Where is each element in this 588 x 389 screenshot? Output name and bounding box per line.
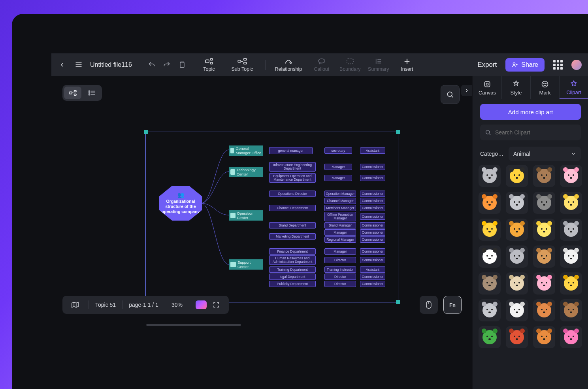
- back-button[interactable]: [55, 58, 69, 72]
- mouse-settings-button[interactable]: [420, 296, 438, 314]
- center-node[interactable]: Support Center: [229, 259, 263, 270]
- node[interactable]: Channel Manager: [324, 198, 356, 204]
- user-avatar[interactable]: [571, 60, 582, 70]
- node[interactable]: Publicity Department: [269, 281, 316, 287]
- node[interactable]: Channel Department: [269, 205, 316, 211]
- clipart-item[interactable]: [506, 245, 528, 268]
- node[interactable]: secretary: [324, 147, 352, 154]
- node[interactable]: Manager: [324, 229, 356, 236]
- topic-tool[interactable]: Topic: [195, 58, 223, 72]
- apps-grid-button[interactable]: [550, 57, 566, 73]
- resize-handle-se[interactable]: [396, 300, 400, 304]
- redo-button[interactable]: [159, 57, 174, 72]
- clipart-item[interactable]: [560, 326, 582, 348]
- insert-tool[interactable]: Insert: [393, 58, 421, 72]
- clipart-item[interactable]: [533, 165, 555, 187]
- clipart-item[interactable]: [533, 272, 555, 295]
- clipart-item[interactable]: [560, 245, 582, 268]
- tab-style[interactable]: Style: [502, 76, 531, 99]
- clipart-item[interactable]: [506, 219, 528, 241]
- canvas[interactable]: 👥 Organizational structure of the operat…: [59, 80, 466, 330]
- clipart-item[interactable]: [479, 219, 501, 241]
- clipart-item[interactable]: [479, 272, 501, 295]
- node[interactable]: Commissioner: [360, 236, 385, 243]
- root-node[interactable]: 👥 Organizational structure of the operat…: [159, 186, 202, 221]
- clipart-item[interactable]: [560, 299, 582, 321]
- node[interactable]: Offline Promotion Manager: [324, 212, 356, 221]
- node[interactable]: Commissioner: [360, 274, 385, 280]
- resize-handle-ne[interactable]: [396, 130, 400, 134]
- export-button[interactable]: Export: [472, 58, 502, 72]
- node[interactable]: Commissioner: [360, 164, 385, 170]
- selection-box[interactable]: 👥 Organizational structure of the operat…: [145, 132, 398, 302]
- page-indicator[interactable]: page-1 1 / 1: [129, 302, 158, 308]
- node[interactable]: Commissioner: [360, 175, 385, 181]
- fullscreen-button[interactable]: [209, 298, 223, 312]
- node[interactable]: Finance Department: [269, 248, 316, 255]
- node[interactable]: Manager: [324, 175, 352, 181]
- node[interactable]: Commissioner: [360, 205, 385, 211]
- zoom-level[interactable]: 30%: [172, 302, 183, 308]
- add-clipart-button[interactable]: Add more clip art: [480, 104, 581, 120]
- node[interactable]: Director: [324, 274, 356, 280]
- node[interactable]: Manager: [324, 164, 352, 170]
- node[interactable]: Commissioner: [360, 222, 385, 228]
- center-node[interactable]: Operation Center: [229, 210, 263, 221]
- clipart-item[interactable]: [506, 326, 528, 348]
- window-resize-handle[interactable]: [146, 324, 241, 326]
- node[interactable]: Human Resources and Administration Depar…: [269, 255, 316, 265]
- node[interactable]: Commissioner: [360, 213, 385, 220]
- node[interactable]: Operations Director: [269, 191, 316, 197]
- node[interactable]: Training Instructor: [324, 266, 356, 273]
- node[interactable]: Brand Manager: [324, 222, 356, 228]
- clipart-search-input[interactable]: [495, 129, 576, 136]
- node[interactable]: Commissioner: [360, 248, 385, 255]
- clipart-item[interactable]: [533, 245, 555, 268]
- node[interactable]: Manager: [324, 248, 356, 255]
- node[interactable]: general manager: [269, 147, 313, 154]
- node[interactable]: Assistant: [360, 147, 385, 154]
- clipart-item[interactable]: [560, 192, 582, 214]
- node[interactable]: Director: [324, 257, 356, 263]
- hamburger-menu-button[interactable]: [71, 57, 86, 72]
- resize-handle-nw[interactable]: [144, 130, 148, 134]
- clipart-search[interactable]: [480, 125, 581, 140]
- clipart-item[interactable]: [506, 299, 528, 321]
- brand-logo-icon[interactable]: [196, 300, 207, 309]
- node[interactable]: Director: [324, 281, 356, 287]
- node[interactable]: Commissioner: [360, 229, 385, 236]
- undo-button[interactable]: [144, 57, 159, 72]
- node[interactable]: legal Department: [269, 274, 316, 280]
- clipart-item[interactable]: [533, 299, 555, 321]
- clipart-item[interactable]: [479, 165, 501, 187]
- node[interactable]: Commissioner: [360, 257, 385, 263]
- center-node[interactable]: Technology Center: [229, 167, 263, 177]
- category-select[interactable]: Animal: [509, 147, 581, 161]
- clipart-item[interactable]: [506, 192, 528, 214]
- node[interactable]: Commissioner: [360, 281, 385, 287]
- node[interactable]: Commissioner: [360, 198, 385, 204]
- node[interactable]: Marketing Department: [269, 233, 316, 240]
- node[interactable]: Regional Manager: [324, 236, 356, 243]
- node[interactable]: Training Department: [269, 266, 316, 273]
- paste-button[interactable]: [174, 57, 189, 72]
- node[interactable]: Commissioner: [360, 191, 385, 197]
- node[interactable]: Merchant Manager: [324, 205, 356, 211]
- clipart-item[interactable]: [560, 272, 582, 295]
- clipart-item[interactable]: [479, 192, 501, 214]
- clipart-item[interactable]: [506, 165, 528, 187]
- tab-mark[interactable]: Mark: [531, 76, 560, 99]
- fn-button[interactable]: Fn: [443, 296, 462, 314]
- clipart-item[interactable]: [533, 219, 555, 241]
- share-button[interactable]: Share: [505, 58, 545, 72]
- clipart-item[interactable]: [533, 326, 555, 348]
- node[interactable]: Assistant: [360, 266, 385, 273]
- tab-canvas[interactable]: Canvas: [473, 76, 502, 99]
- map-icon[interactable]: [68, 298, 82, 312]
- node[interactable]: Operation Manager: [324, 191, 356, 197]
- clipart-item[interactable]: [479, 245, 501, 268]
- subtopic-tool[interactable]: Sub Topic: [223, 58, 261, 72]
- tab-clipart[interactable]: Clipart: [560, 76, 588, 99]
- node[interactable]: Brand Department: [269, 222, 316, 228]
- node[interactable]: Infrastructure Engineering Department: [269, 162, 316, 172]
